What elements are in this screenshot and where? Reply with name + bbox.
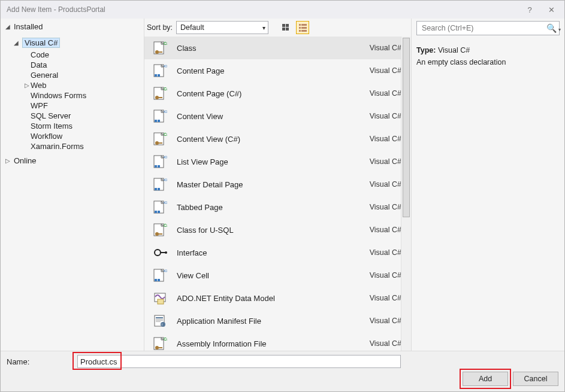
template-row[interactable]: Assembly Information FileVisual C# xyxy=(144,332,411,351)
template-row[interactable]: List View PageVisual C# xyxy=(144,150,411,173)
tree-item-web[interactable]: ▷ Web xyxy=(1,80,144,90)
template-name: Tabbed Page xyxy=(171,203,349,212)
template-icon xyxy=(149,154,171,169)
help-button[interactable]: ? xyxy=(519,1,540,18)
tree-item-code[interactable]: Code xyxy=(1,50,144,60)
tree-item-wpf[interactable]: WPF xyxy=(1,101,144,111)
tree-item-general[interactable]: General xyxy=(1,70,144,80)
type-label: Type: xyxy=(416,46,436,54)
template-row[interactable]: Application Manifest FileVisual C# xyxy=(144,309,411,332)
template-language: Visual C# xyxy=(349,339,401,348)
template-row[interactable]: View CellVisual C# xyxy=(144,264,411,287)
template-name: Class for U-SQL xyxy=(171,226,349,235)
details-panel: 🔍▾ Type: Visual C# An empty class declar… xyxy=(411,19,564,351)
template-language: Visual C# xyxy=(349,112,401,120)
scrollbar[interactable] xyxy=(401,37,411,351)
template-row[interactable]: Class for U-SQLVisual C# xyxy=(144,218,411,241)
search-input[interactable] xyxy=(421,23,546,33)
tree-item-xamarin-forms[interactable]: Xamarin.Forms xyxy=(1,141,144,151)
template-language: Visual C# xyxy=(349,157,401,166)
button-row: Add Cancel xyxy=(1,372,564,390)
sort-value: Default xyxy=(180,23,204,32)
template-icon xyxy=(149,200,171,214)
template-name: Class xyxy=(171,44,349,53)
template-icon xyxy=(149,132,171,146)
template-row[interactable]: Content ViewVisual C# xyxy=(144,105,411,127)
template-row[interactable]: InterfaceVisual C# xyxy=(144,241,411,264)
template-name: Content Page (C#) xyxy=(171,89,349,98)
template-language: Visual C# xyxy=(349,294,401,302)
name-label: Name: xyxy=(7,357,72,366)
template-row[interactable]: Content PageVisual C# xyxy=(144,59,411,82)
template-language: Visual C# xyxy=(349,226,401,234)
bottom-panel: Name: Add Cancel xyxy=(1,351,564,391)
list-icon xyxy=(299,24,307,32)
scroll-thumb[interactable] xyxy=(403,38,410,217)
template-row[interactable]: Tabbed PageVisual C# xyxy=(144,196,411,218)
template-icon xyxy=(149,314,171,328)
template-name: View Cell xyxy=(171,271,349,280)
template-icon xyxy=(149,245,171,260)
search-box[interactable]: 🔍▾ xyxy=(416,21,560,35)
type-value: Visual C# xyxy=(438,46,470,54)
template-row[interactable]: Content View (C#)Visual C# xyxy=(144,127,411,150)
view-grid-button[interactable] xyxy=(279,21,292,34)
template-list[interactable]: ClassVisual C#Content PageVisual C#Conte… xyxy=(144,37,411,351)
tree-item-sql-server[interactable]: SQL Server xyxy=(1,111,144,121)
tree-installed[interactable]: ◢ Installed xyxy=(1,21,144,33)
template-language: Visual C# xyxy=(349,180,401,189)
name-bar: Name: xyxy=(1,351,564,372)
template-row[interactable]: Content Page (C#)Visual C# xyxy=(144,82,411,105)
template-row[interactable]: Master Detail PageVisual C# xyxy=(144,173,411,196)
tree-item-data[interactable]: Data xyxy=(1,60,144,70)
template-name: Interface xyxy=(171,248,349,257)
category-tree[interactable]: ◢ Installed ◢ Visual C# Code Data Genera… xyxy=(1,19,144,351)
tree-online[interactable]: ▷ Online xyxy=(1,155,144,167)
template-icon xyxy=(149,41,171,55)
cancel-button[interactable]: Cancel xyxy=(513,372,558,386)
template-language: Visual C# xyxy=(349,248,401,257)
template-row[interactable]: ClassVisual C# xyxy=(144,37,411,59)
sort-label: Sort by: xyxy=(147,23,173,32)
template-icon xyxy=(149,336,171,351)
template-name: Application Manifest File xyxy=(171,317,349,326)
template-icon xyxy=(149,109,171,123)
tree-item-storm-items[interactable]: Storm Items xyxy=(1,121,144,131)
tree-visual-csharp[interactable]: ◢ Visual C# xyxy=(1,37,144,50)
sort-by-combobox[interactable]: Default ▾ xyxy=(176,21,268,34)
template-name: Content Page xyxy=(171,66,349,75)
type-description: An empty class declaration xyxy=(416,58,560,66)
name-input[interactable] xyxy=(77,355,401,368)
tree-item-windows-forms[interactable]: Windows Forms xyxy=(1,90,144,101)
view-list-button[interactable] xyxy=(296,21,309,34)
tree-item-workflow[interactable]: Workflow xyxy=(1,131,144,141)
collapse-icon: ◢ xyxy=(4,23,11,30)
tree-item-web-label: Web xyxy=(31,81,47,90)
template-icon xyxy=(149,223,171,237)
tree-installed-label: Installed xyxy=(14,22,43,31)
close-button[interactable]: ✕ xyxy=(540,1,562,18)
add-button[interactable]: Add xyxy=(463,372,508,386)
template-icon xyxy=(149,177,171,192)
topbar: Sort by: Default ▾ xyxy=(144,19,411,37)
template-language: Visual C# xyxy=(349,271,401,279)
template-language: Visual C# xyxy=(349,203,401,211)
template-name: ADO.NET Entity Data Model xyxy=(171,294,349,303)
expand-icon: ▷ xyxy=(4,157,11,164)
tree-online-label: Online xyxy=(14,156,37,165)
search-icon[interactable]: 🔍▾ xyxy=(546,23,557,33)
template-language: Visual C# xyxy=(349,66,401,75)
dialog-window: Add New Item - ProductsPortal ? ✕ ◢ Inst… xyxy=(0,0,565,392)
template-name: Content View xyxy=(171,112,349,121)
template-language: Visual C# xyxy=(349,89,401,98)
template-name: Content View (C#) xyxy=(171,135,349,144)
titlebar: Add New Item - ProductsPortal ? ✕ xyxy=(1,1,564,19)
expand-icon: ▷ xyxy=(23,82,31,89)
template-name: Master Detail Page xyxy=(171,180,349,189)
template-icon xyxy=(149,291,171,305)
template-language: Visual C# xyxy=(349,44,401,52)
template-name: List View Page xyxy=(171,157,349,166)
template-row[interactable]: ADO.NET Entity Data ModelVisual C# xyxy=(144,287,411,309)
grid-icon xyxy=(282,24,290,32)
template-icon xyxy=(149,86,171,101)
